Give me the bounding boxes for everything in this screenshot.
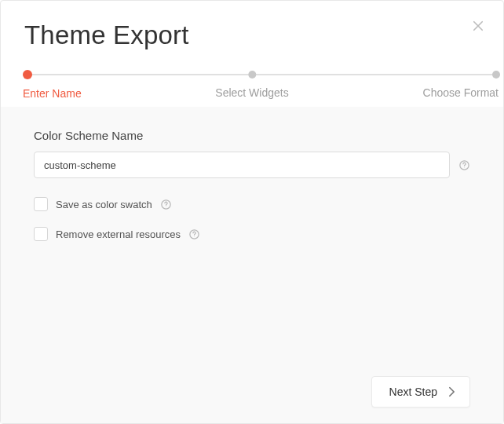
next-step-label: Next Step	[389, 386, 437, 398]
step-label: Enter Name	[23, 87, 82, 100]
svg-point-5	[166, 207, 166, 207]
step-label: Choose Format	[423, 86, 503, 99]
help-icon[interactable]	[188, 228, 201, 240]
theme-export-dialog: Theme Export Enter Name Select Widgets C…	[0, 0, 504, 424]
dialog-body: Color Scheme Name Save as color swatch	[1, 107, 503, 423]
close-icon[interactable]	[470, 18, 486, 34]
help-icon[interactable]	[160, 198, 173, 210]
help-icon[interactable]	[458, 159, 470, 171]
stepper: Enter Name Select Widgets Choose Format	[1, 71, 503, 107]
step-label: Select Widgets	[215, 86, 288, 99]
dialog-title: Theme Export	[1, 1, 503, 63]
dialog-footer: Next Step	[34, 360, 470, 408]
step-dot-icon	[23, 70, 32, 79]
save-swatch-checkbox[interactable]	[34, 197, 48, 211]
step-select-widgets[interactable]: Select Widgets	[215, 71, 288, 99]
remove-external-label: Remove external resources	[56, 228, 181, 240]
step-choose-format[interactable]: Choose Format	[423, 71, 503, 99]
svg-point-7	[195, 236, 195, 237]
scheme-name-row	[34, 152, 470, 178]
next-step-button[interactable]: Next Step	[371, 376, 470, 408]
scheme-name-label: Color Scheme Name	[34, 129, 470, 142]
remove-external-row: Remove external resources	[34, 227, 470, 241]
step-dot-icon	[248, 71, 256, 79]
svg-point-3	[464, 167, 465, 168]
step-enter-name[interactable]: Enter Name	[23, 71, 82, 100]
save-swatch-row: Save as color swatch	[34, 197, 470, 211]
save-swatch-label: Save as color swatch	[56, 199, 152, 210]
step-dot-icon	[492, 71, 500, 79]
scheme-name-input[interactable]	[34, 152, 450, 178]
chevron-right-icon	[448, 386, 455, 397]
remove-external-checkbox[interactable]	[34, 227, 48, 241]
